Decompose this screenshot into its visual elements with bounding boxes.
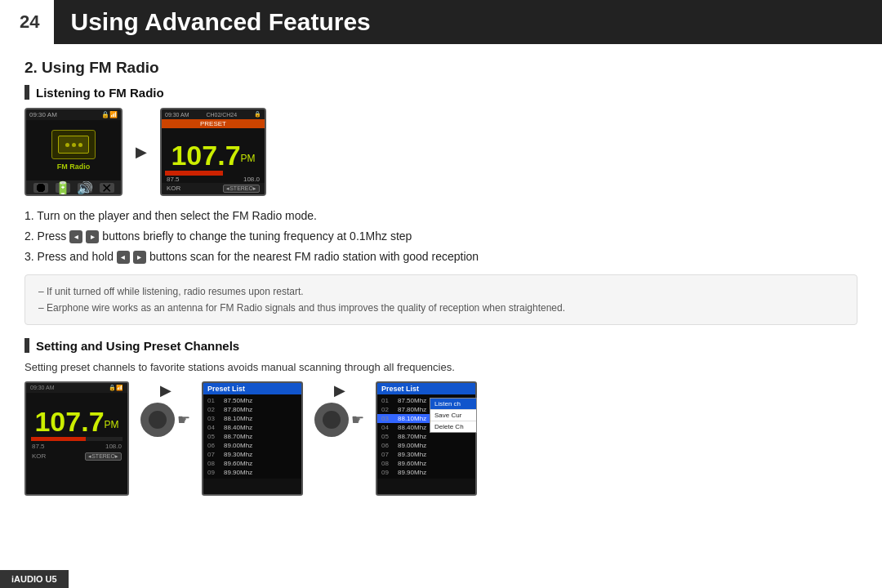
preset-item: 0889.60Mhz [203,459,301,468]
big-freq-num: 107.7 [34,408,104,435]
preset-item-num: 05 [207,433,220,440]
preset-item-2: 0989.90Mhz [377,468,475,477]
preset-item: 0388.10Mhz [203,414,301,423]
screen1-time: 09:30 AM [29,111,57,118]
preset-item-2: 0588.70Mhz [377,432,475,441]
preset-item-freq-2: 89.60Mhz [398,460,426,467]
preset-item-num-2: 05 [381,433,394,440]
preset-item-num-2: 04 [381,424,394,431]
preset-item-freq: 88.70Mhz [224,433,252,440]
preset-item-freq: 89.60Mhz [224,460,252,467]
screen-btn-1: ⏺ [33,183,48,193]
preset-item-freq-2: 87.50Mhz [398,397,426,404]
preset-item-freq: 87.50Mhz [224,397,252,404]
preset-item: 0287.80Mhz [203,405,301,414]
fm-radio-icon [51,130,96,159]
page-header: 24 Using Advanced Features [0,0,882,51]
preset-list-items-1: 0187.50Mhz0287.80Mhz0388.10Mhz0488.40Mhz… [203,394,301,479]
screen2-freq: 107.7 PM [162,128,265,171]
nav-circle-2 [314,403,349,437]
big-fm-bar [31,437,122,441]
preset-item-num-2: 09 [381,469,394,476]
nav-circle-inner-2 [323,411,341,429]
big-fm-top: 09:30 AM 🔒📶 [26,383,127,393]
preset-item-freq-2: 88.40Mhz [398,424,426,431]
big-range-high: 108.0 [105,443,122,450]
instruction-1: 1. Turn on the player and then select th… [24,206,858,226]
nav-btn-right-2: ▸ [133,251,146,264]
big-range-low: 87.5 [32,443,45,450]
range-high: 108.0 [243,176,260,183]
context-menu-item[interactable]: Save Cur [430,410,476,421]
fm-radio-label: FM Radio [57,163,91,171]
preset-item: 0989.90Mhz [203,468,301,477]
preset-subheading-bar [24,338,29,353]
cursor-2: ☛ [351,411,364,429]
page-number: 24 [0,3,54,41]
stereo-badge: ◂STEREO▸ [223,185,260,193]
screen1-content: FM Radio [26,120,121,180]
preset-list-header-1: Preset List [203,383,301,394]
preset-item-freq: 89.90Mhz [224,469,252,476]
fm-screens-row: 09:30 AM 🔒📶 FM Radio ⏺ 🔋 [24,108,858,196]
preset-description: Setting preset channels to favorite stat… [24,361,858,373]
fm-screen-1: 09:30 AM 🔒📶 FM Radio ⏺ 🔋 [24,108,122,196]
preset-item-2: 0689.00Mhz [377,441,475,450]
preset-item-freq-2: 87.80Mhz [398,406,426,413]
nav-circle-1 [140,403,175,437]
fm-radio-dots [65,143,82,147]
context-menu-item[interactable]: Delete Ch [430,421,476,432]
arrow-nav-group-2: ▶ ☛ [314,381,364,437]
context-menu: Listen chSave CurDelete Ch [430,398,477,433]
preset-subheading: Setting and Using Preset Channels [24,338,858,353]
preset-item-freq: 88.40Mhz [224,424,252,431]
big-fm-icons: 🔒📶 [109,385,123,391]
arrow-right-1: ▶ [136,143,147,161]
preset-item-num-2: 01 [381,397,394,404]
preset-item-freq-2: 89.90Mhz [398,469,426,476]
screen2-top-bar: 09:30 AM CH02/CH24 🔒 [162,109,265,119]
preset-item-num-2: 07 [381,451,394,458]
screen2-channel: CH02/CH24 [206,112,237,118]
screen-btn-4: ✕ [100,183,114,193]
preset-item-num: 01 [207,397,220,404]
instruction-3: 3. Press and hold ◂ ▸ buttons scan for t… [24,247,858,267]
preset-item-num-2: 03 [381,415,394,422]
section-heading: 2. Using FM Radio [24,59,858,77]
context-menu-item[interactable]: Listen ch [430,399,476,410]
preset-item-num: 02 [207,406,220,413]
subheading-bar [24,85,29,100]
instructions-list: 1. Turn on the player and then select th… [24,206,858,268]
arrow-right-2: ▶ [160,381,172,399]
preset-item: 0488.40Mhz [203,423,301,432]
range-low: 87.5 [167,176,180,183]
preset-item-2: 0789.30Mhz [377,450,475,459]
big-brand: KOR [32,452,46,461]
screen2-preset: PRESET [162,119,265,128]
info-line-2: – Earphone wire works as an antenna for … [38,300,844,316]
preset-item-num: 07 [207,451,220,458]
preset-item-num-2: 08 [381,460,394,467]
nav-control-2: ☛ [314,403,364,437]
screen1-top-bar: 09:30 AM 🔒📶 [26,109,121,120]
big-fm-bar-fill [31,437,86,441]
preset-item-num: 06 [207,442,220,449]
page-title-bar: Using Advanced Features [54,0,882,44]
preset-screen-2-wrapper: Preset List 0187.50Mhz0287.80Mhz0388.10M… [376,381,477,496]
info-line-1: – If unit turned off while listening, ra… [38,283,844,300]
preset-item: 0588.70Mhz [203,432,301,441]
screen2-tuning-bar [165,171,261,176]
screen2-range: 87.5 108.0 [162,176,265,183]
arrow-right-3: ▶ [334,381,345,399]
preset-item-freq: 88.10Mhz [224,415,252,422]
preset-item-num-2: 02 [381,406,394,413]
info-box: – If unit turned off while listening, ra… [24,274,858,326]
arrow-nav-group-1: ▶ ☛ [140,381,190,437]
freq-number: 107.7 [171,141,240,169]
preset-item-2: 0889.60Mhz [377,459,475,468]
preset-item-freq: 89.00Mhz [224,442,252,449]
preset-item-num: 03 [207,415,220,422]
preset-item-num: 09 [207,469,220,476]
preset-item-freq-2: 89.30Mhz [398,451,426,458]
preset-item-freq-2: 88.70Mhz [398,433,426,440]
